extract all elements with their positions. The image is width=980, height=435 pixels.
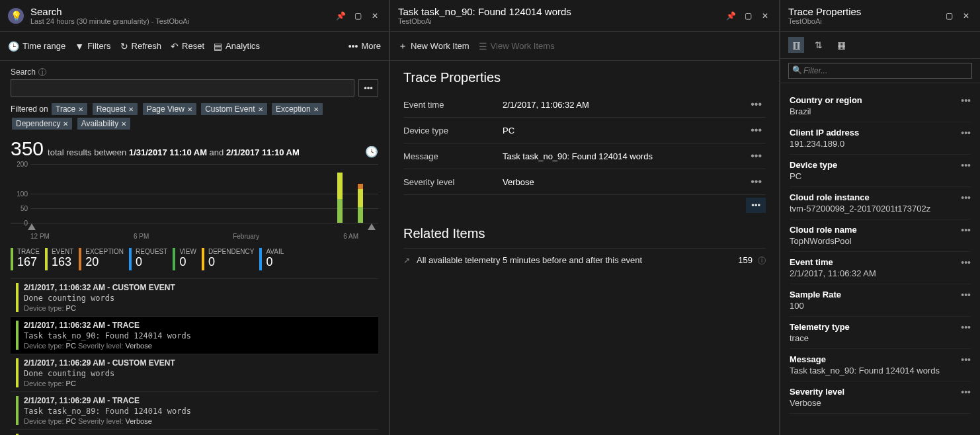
close-icon[interactable]: ✕ bbox=[369, 10, 381, 22]
chart-bar[interactable] bbox=[358, 184, 363, 189]
close-icon[interactable]: ✕ bbox=[187, 106, 192, 113]
refresh-icon: ↻ bbox=[120, 41, 128, 52]
search-more-button[interactable]: ••• bbox=[358, 79, 378, 97]
view-sort-button[interactable]: ⇅ bbox=[811, 37, 827, 53]
stat-tile[interactable]: AVAIL0 bbox=[259, 248, 284, 270]
new-work-item-button[interactable]: ＋New Work Item bbox=[398, 40, 470, 52]
view-grid-button[interactable]: ▦ bbox=[833, 37, 849, 53]
property-row[interactable]: Event time2/1/2017, 11:06:32 AM••• bbox=[403, 92, 766, 118]
event-row[interactable]: 2/1/2017, 11:06:29 AM - TRACETask task_n… bbox=[11, 391, 378, 429]
stat-tile[interactable]: VIEW0 bbox=[173, 248, 196, 270]
more-rows-button[interactable]: ••• bbox=[746, 198, 766, 213]
more-icon[interactable]: ••• bbox=[961, 128, 971, 138]
props-item[interactable]: Cloud role instancetvm-57200098_2-201702… bbox=[790, 187, 971, 219]
close-icon[interactable]: ✕ bbox=[759, 10, 771, 22]
props-item[interactable]: Client IP address191.234.189.0••• bbox=[790, 122, 971, 155]
stat-tile[interactable]: REQUEST0 bbox=[129, 248, 167, 270]
props-title: Trace Properties bbox=[788, 6, 943, 17]
close-icon[interactable]: ✕ bbox=[960, 10, 972, 22]
more-icon[interactable]: ••• bbox=[747, 124, 766, 136]
more-icon[interactable]: ••• bbox=[961, 387, 971, 397]
related-telemetry-row[interactable]: ↗ All available telemetry 5 minutes befo… bbox=[403, 248, 766, 272]
more-icon[interactable]: ••• bbox=[961, 290, 971, 300]
props-item-value: PC bbox=[790, 171, 971, 181]
pin-icon[interactable]: 📌 bbox=[335, 10, 347, 22]
filter-tag-trace[interactable]: Trace✕ bbox=[52, 103, 87, 115]
props-item[interactable]: Severity levelVerbose••• bbox=[790, 381, 971, 414]
reset-button[interactable]: ↶Reset bbox=[171, 41, 204, 52]
event-row[interactable]: 2/1/2017, 11:06:29 AM - CUSTOM EVENTDone… bbox=[11, 354, 378, 391]
close-icon[interactable]: ✕ bbox=[313, 106, 319, 113]
maximize-icon[interactable]: ▢ bbox=[943, 10, 955, 22]
analytics-button[interactable]: ▤Analytics bbox=[214, 41, 260, 52]
props-header: Trace Properties TestOboAi ▢ ✕ bbox=[780, 0, 980, 32]
more-icon[interactable]: ••• bbox=[747, 150, 766, 162]
event-meta: Device type: bbox=[24, 342, 66, 350]
event-row[interactable]: 2/1/2017, 11:06:32 AM - TRACETask task_n… bbox=[11, 316, 378, 354]
detail-toolbar: ＋New Work Item ☰View Work Items bbox=[390, 32, 779, 61]
range-handle-right[interactable] bbox=[368, 223, 376, 230]
property-row[interactable]: MessageTask task_no_90: Found 124014 wor… bbox=[403, 143, 766, 169]
refresh-button[interactable]: ↻Refresh bbox=[120, 41, 162, 52]
property-value: Verbose bbox=[503, 177, 747, 187]
time-range-button[interactable]: 🕒Time range bbox=[8, 41, 65, 52]
more-icon[interactable]: ••• bbox=[961, 354, 971, 365]
filter-tag-exception[interactable]: Exception✕ bbox=[272, 103, 323, 115]
props-item[interactable]: Device typePC••• bbox=[790, 155, 971, 187]
props-item-label: Country or region bbox=[790, 95, 971, 105]
props-item[interactable]: Cloud role nameTopNWordsPool••• bbox=[790, 219, 971, 252]
pin-icon[interactable]: 📌 bbox=[725, 10, 737, 22]
more-icon[interactable]: ••• bbox=[961, 95, 971, 106]
chart-bar[interactable] bbox=[337, 173, 343, 199]
property-row[interactable]: Severity levelVerbose••• bbox=[403, 169, 766, 195]
more-icon[interactable]: ••• bbox=[747, 99, 766, 110]
view-work-items-button[interactable]: ☰View Work Items bbox=[479, 41, 555, 52]
chart-bar[interactable] bbox=[358, 189, 363, 207]
stat-tile[interactable]: EVENT163 bbox=[45, 248, 73, 270]
filter-tag-customevent[interactable]: Custom Event✕ bbox=[201, 103, 266, 115]
view-list-button[interactable]: ▥ bbox=[788, 37, 804, 53]
chart-bar[interactable] bbox=[358, 207, 363, 223]
maximize-icon[interactable]: ▢ bbox=[742, 10, 754, 22]
props-item[interactable]: MessageTask task_no_90: Found 124014 wor… bbox=[790, 349, 971, 381]
props-filter-input[interactable] bbox=[788, 63, 972, 79]
filter-tag-availability[interactable]: Availability✕ bbox=[77, 118, 130, 130]
property-row[interactable]: Device typePC••• bbox=[403, 118, 766, 143]
props-item[interactable]: Country or regionBrazil••• bbox=[790, 90, 971, 122]
history-icon[interactable]: 🕓 bbox=[365, 145, 378, 158]
close-icon[interactable]: ✕ bbox=[121, 120, 126, 128]
more-icon[interactable]: ••• bbox=[961, 225, 971, 235]
range-handle-left[interactable] bbox=[28, 223, 36, 230]
telemetry-chart[interactable]: 050100200 12 PM6 PMFebruary6 AM bbox=[11, 164, 378, 240]
props-item[interactable]: Sample Rate100••• bbox=[790, 284, 971, 317]
props-item[interactable]: Event time2/1/2017, 11:06:32 AM••• bbox=[790, 252, 971, 284]
props-item[interactable]: Telemetry typetrace••• bbox=[790, 317, 971, 349]
props-item-label: Cloud role instance bbox=[790, 192, 971, 202]
more-icon[interactable]: ••• bbox=[747, 176, 766, 188]
more-button[interactable]: •••More bbox=[348, 41, 381, 52]
event-meta: Severity level: bbox=[78, 417, 126, 425]
more-icon[interactable]: ••• bbox=[961, 322, 971, 333]
close-icon[interactable]: ✕ bbox=[128, 106, 134, 113]
info-icon[interactable]: i bbox=[38, 68, 46, 76]
filter-tag-request[interactable]: Request✕ bbox=[93, 103, 138, 115]
more-icon[interactable]: ••• bbox=[961, 160, 971, 171]
event-row[interactable]: 2/1/2017, 11:06:21 AM - CUSTOM EVENTDone… bbox=[11, 429, 378, 435]
chart-bar[interactable] bbox=[337, 199, 343, 223]
close-icon[interactable]: ✕ bbox=[258, 106, 263, 113]
maximize-icon[interactable]: ▢ bbox=[352, 10, 364, 22]
stat-tile[interactable]: EXCEPTION20 bbox=[79, 248, 124, 270]
more-icon[interactable]: ••• bbox=[961, 257, 971, 268]
event-row[interactable]: 2/1/2017, 11:06:32 AM - CUSTOM EVENTDone… bbox=[11, 278, 378, 316]
filters-button[interactable]: ▼Filters bbox=[75, 41, 110, 52]
filter-tag-pageview[interactable]: Page View✕ bbox=[143, 103, 196, 115]
search-input[interactable] bbox=[11, 79, 354, 97]
close-icon[interactable]: ✕ bbox=[63, 120, 68, 128]
more-icon[interactable]: ••• bbox=[961, 192, 971, 203]
close-icon[interactable]: ✕ bbox=[78, 106, 83, 113]
stat-tile[interactable]: TRACE167 bbox=[11, 248, 40, 270]
filter-tag-dependency[interactable]: Dependency✕ bbox=[12, 118, 72, 130]
stat-tile[interactable]: DEPENDENCY0 bbox=[202, 248, 254, 270]
info-icon[interactable]: i bbox=[758, 257, 766, 264]
search-field-label: Searchi bbox=[11, 67, 378, 77]
